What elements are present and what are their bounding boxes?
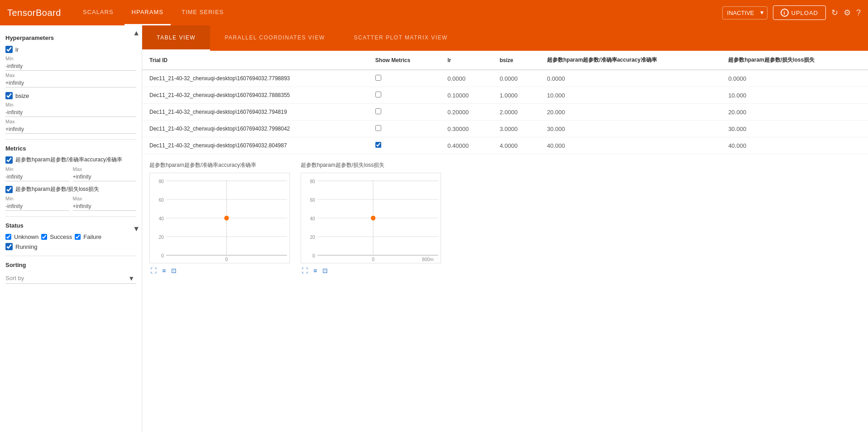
svg-text:0: 0 xyxy=(225,257,228,262)
nav-hparams[interactable]: HPARAMS xyxy=(125,0,171,25)
show-metrics-cell[interactable] xyxy=(368,87,440,104)
bsize-cell: 0.0000 xyxy=(492,70,540,87)
bsize-min-section: Min xyxy=(5,102,136,117)
chart-accuracy: 超参数hparam超参数/准确率accuracy准确率 80 60 40 20 … xyxy=(149,161,290,275)
metric1-max-input[interactable] xyxy=(73,173,137,181)
chart-loss-lines[interactable]: ≡ xyxy=(312,266,318,275)
col-lr: lr xyxy=(440,51,492,70)
sort-select[interactable]: Sort by xyxy=(5,273,136,284)
main-content: TABLE VIEW PARALLEL COORDINATES VIEW SCA… xyxy=(142,25,868,432)
svg-text:60: 60 xyxy=(310,198,315,203)
bsize-max-input[interactable] xyxy=(5,125,136,134)
chart-loss-download[interactable]: ⊡ xyxy=(321,266,329,275)
svg-text:800m: 800m xyxy=(422,257,434,262)
table-wrapper: Trial ID Show Metrics lr bsize 超参数hparam… xyxy=(142,51,868,154)
status-success-label: Success xyxy=(50,233,72,240)
show-metrics-checkbox[interactable] xyxy=(375,108,381,114)
status-failure-checkbox[interactable] xyxy=(75,234,81,240)
settings-icon[interactable]: ⚙ xyxy=(844,8,851,18)
accuracy-cell: 0.0000 xyxy=(540,70,721,87)
charts-area: 超参数hparam超参数/准确率accuracy准确率 80 60 40 20 … xyxy=(142,154,868,282)
bsize-cell: 2.0000 xyxy=(492,104,540,121)
status-unknown-checkbox[interactable] xyxy=(5,234,11,240)
bsize-checkbox[interactable] xyxy=(5,92,13,99)
sidebar-scroll-down[interactable]: ▼ xyxy=(133,29,140,428)
help-icon[interactable]: ? xyxy=(856,8,861,18)
lr-cell: 0.30000 xyxy=(440,121,492,137)
chart-loss-svg: 80 60 40 20 0 xyxy=(301,173,441,263)
svg-text:40: 40 xyxy=(310,216,315,221)
col-trial-id: Trial ID xyxy=(142,51,368,70)
show-metrics-cell[interactable] xyxy=(368,121,440,137)
loss-cell: 0.0000 xyxy=(721,70,868,87)
chart-accuracy-title: 超参数hparam超参数/准确率accuracy准确率 xyxy=(149,161,290,169)
show-metrics-checkbox[interactable] xyxy=(375,125,381,131)
bsize-max-section: Max xyxy=(5,119,136,134)
bsize-cell: 4.0000 xyxy=(492,137,540,154)
inactive-select[interactable]: INACTIVE xyxy=(722,6,767,19)
svg-text:20: 20 xyxy=(158,235,164,240)
show-metrics-cell[interactable] xyxy=(368,70,440,87)
topnav: TensorBoard SCALARS HPARAMS TIME SERIES … xyxy=(0,0,868,25)
lr-max-input[interactable] xyxy=(5,79,136,87)
tab-scatter[interactable]: SCATTER PLOT MATRIX VIEW xyxy=(339,25,462,51)
col-show-metrics: Show Metrics xyxy=(368,51,440,70)
svg-text:0: 0 xyxy=(161,253,164,258)
bsize-cell: 1.0000 xyxy=(492,87,540,104)
metric1-checkbox[interactable] xyxy=(5,156,13,164)
lr-cell: 0.40000 xyxy=(440,137,492,154)
svg-text:40: 40 xyxy=(158,216,164,221)
chart-accuracy-download[interactable]: ⊡ xyxy=(170,266,177,275)
metric2-max-input[interactable] xyxy=(73,202,137,211)
show-metrics-checkbox[interactable] xyxy=(375,92,381,97)
status-success-checkbox[interactable] xyxy=(41,234,47,240)
metric1-label: 超参数hparam超参数/准确率accuracy准确率 xyxy=(15,156,122,164)
loss-cell: 10.000 xyxy=(721,87,868,104)
bsize-max-label: Max xyxy=(5,119,136,124)
tab-parallel[interactable]: PARALLEL COORDINATES VIEW xyxy=(210,25,339,51)
chart-accuracy-expand[interactable]: ⛶ xyxy=(149,266,158,275)
sorting-title: Sorting xyxy=(5,262,136,268)
show-metrics-cell[interactable] xyxy=(368,137,440,154)
lr-min-input[interactable] xyxy=(5,62,136,71)
upload-icon: i xyxy=(781,9,789,17)
metric2-min-input[interactable] xyxy=(5,202,69,211)
nav-time-series[interactable]: TIME SERIES xyxy=(174,0,231,25)
bsize-min-input[interactable] xyxy=(5,108,136,117)
bsize-cell: 3.0000 xyxy=(492,121,540,137)
chart-loss-dot xyxy=(371,216,375,220)
upload-button[interactable]: i UPLOAD xyxy=(773,5,826,20)
status-running-label: Running xyxy=(15,243,37,250)
table-row: Dec11_21-40-32_chenxuqi-desktop\16076940… xyxy=(142,104,868,121)
metric2-checkbox[interactable] xyxy=(5,186,13,193)
lr-min-label: Min xyxy=(5,56,136,61)
show-metrics-cell[interactable] xyxy=(368,104,440,121)
metric1-min-input[interactable] xyxy=(5,173,69,181)
bsize-min-label: Min xyxy=(5,102,136,107)
status-running-checkbox[interactable] xyxy=(5,243,13,250)
status-unknown-label: Unknown xyxy=(14,233,38,240)
nav-links: SCALARS HPARAMS TIME SERIES xyxy=(76,0,722,25)
metric1-minmax: Min Max xyxy=(5,166,136,181)
refresh-icon[interactable]: ↻ xyxy=(831,8,838,18)
show-metrics-checkbox[interactable] xyxy=(375,75,381,81)
trial-id-cell: Dec11_21-40-32_chenxuqi-desktop\16076940… xyxy=(142,121,368,137)
status-row-1: Unknown Success Failure xyxy=(5,233,136,240)
chart-loss-expand[interactable]: ⛶ xyxy=(301,266,309,275)
metric2-max-label: Max xyxy=(73,196,137,201)
tab-table-view[interactable]: TABLE VIEW xyxy=(142,25,210,51)
lr-max-section: Max xyxy=(5,73,136,87)
nav-scalars[interactable]: SCALARS xyxy=(76,0,121,25)
layout: ▲ Hyperparameters lr Min Max bsize Min M… xyxy=(0,25,868,432)
loss-cell: 30.000 xyxy=(721,121,868,137)
chart-accuracy-lines[interactable]: ≡ xyxy=(161,266,167,275)
trial-id-cell: Dec11_21-40-32_chenxuqi-desktop\16076940… xyxy=(142,104,368,121)
metric1-checkbox-row: 超参数hparam超参数/准确率accuracy准确率 xyxy=(5,156,136,164)
metric2-checkbox-row: 超参数hparam超参数/损失loss损失 xyxy=(5,186,136,193)
tabbar: TABLE VIEW PARALLEL COORDINATES VIEW SCA… xyxy=(142,25,868,51)
lr-cell: 0.0000 xyxy=(440,70,492,87)
lr-checkbox-row: lr xyxy=(5,46,136,53)
lr-checkbox[interactable] xyxy=(5,46,13,53)
chart-loss-title: 超参数hparam超参数/损失loss损失 xyxy=(301,161,441,169)
show-metrics-checkbox[interactable] xyxy=(375,142,381,148)
